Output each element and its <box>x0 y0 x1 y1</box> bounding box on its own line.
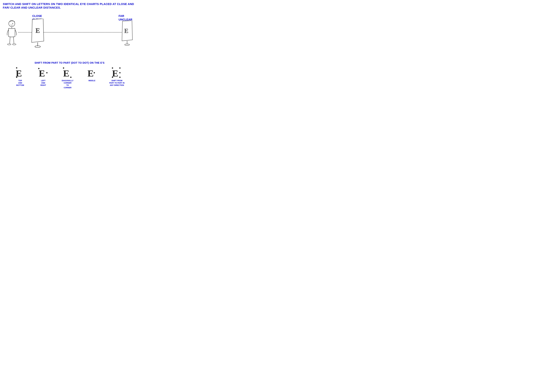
svg-point-1 <box>12 23 13 24</box>
svg-point-13 <box>16 77 17 78</box>
label-far: FAR UNCLEAR <box>118 14 132 21</box>
svg-point-21 <box>94 72 95 73</box>
e-svg-top-bottom: E <box>15 67 25 78</box>
svg-point-12 <box>16 67 17 69</box>
svg-point-4 <box>12 44 16 45</box>
e-svg-left-right: E <box>38 67 48 78</box>
e-svg-middle: E <box>87 67 97 78</box>
close-eye-chart: E <box>31 19 45 48</box>
shift-instruction: SHIFT FROM PART TO PART (DOT TO DOT) ON … <box>3 61 136 64</box>
far-eye-chart: E <box>122 21 133 46</box>
page-title: SWITCH AND SHIFT ON LETTERS ON TWO IDENT… <box>3 2 136 9</box>
e-label-any-direction: SHIFT FROMPART TO PART INANY DIRECTION <box>109 79 124 86</box>
svg-text:E: E <box>36 27 40 34</box>
svg-point-27 <box>112 77 113 78</box>
e-label-diagonal: DIAGONALLYCORNERTOCORNER <box>62 79 73 89</box>
e-example-top-bottom: E TOPANDBOTTOM <box>11 67 29 86</box>
e-svg-diagonal: E <box>62 67 73 78</box>
svg-point-24 <box>119 67 121 69</box>
stick-figure <box>5 20 19 47</box>
e-label-left-right: LEFTANDRIGHT <box>40 79 46 86</box>
e-example-middle: E MIDDLE <box>83 67 101 82</box>
svg-point-23 <box>112 67 113 69</box>
e-label-top-bottom: TOPANDBOTTOM <box>16 79 24 86</box>
svg-point-15 <box>38 68 39 69</box>
e-example-diagonal: E DIAGONALLYCORNERTOCORNER <box>57 67 78 89</box>
svg-point-3 <box>8 44 11 45</box>
e-label-middle: MIDDLE <box>89 79 95 82</box>
svg-point-16 <box>46 72 47 73</box>
svg-point-19 <box>70 77 71 78</box>
svg-text:E: E <box>63 68 69 78</box>
svg-point-25 <box>119 72 121 73</box>
svg-text:E: E <box>87 68 94 78</box>
svg-text:E: E <box>124 27 128 34</box>
svg-text:E: E <box>112 68 118 78</box>
svg-text:E: E <box>39 68 45 78</box>
svg-point-26 <box>119 77 121 78</box>
e-svg-any-direction: E <box>111 67 122 78</box>
e-example-left-right: E LEFTANDRIGHT <box>34 67 52 86</box>
svg-point-18 <box>63 67 64 69</box>
e-example-any-direction: E SHIFT FROMPART TO PART INANY DIRECTION <box>106 67 128 86</box>
e-examples: E TOPANDBOTTOM E LEFTANDRIGHT E <box>3 67 136 89</box>
scene-area: CLOSE CLEAR FAR UNCLEAR <box>3 12 136 59</box>
